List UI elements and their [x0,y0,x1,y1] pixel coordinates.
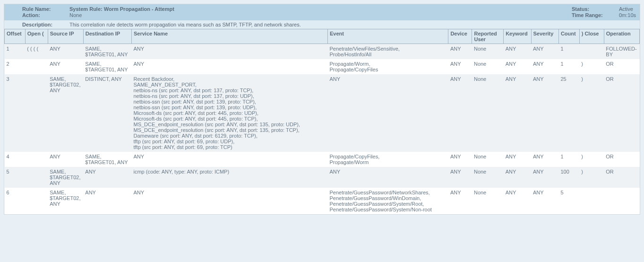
col-count[interactable]: Count [558,29,579,44]
cell-offset: 5 [5,167,26,188]
cell-keyword: ANY [504,44,531,60]
table-row[interactable]: 5SAME, $TARGET02, ANYANYicmp (code: ANY,… [5,167,640,188]
cell-severity: ANY [531,74,558,152]
cell-keyword: ANY [504,59,531,74]
cell-keyword: ANY [504,188,531,214]
cell-count: 100 [558,167,579,188]
cell-operation: OR [604,152,639,167]
cell-device: ANY [448,44,472,60]
col-event[interactable]: Event [327,29,448,44]
col-service-name[interactable]: Service Name [131,29,327,44]
col-open[interactable]: Open ( [25,29,48,44]
cell-service-name: ANY [131,59,327,74]
action-value: None [69,12,82,18]
header-right: Status: Active Time Range: 0m:10s [572,6,636,18]
rule-name-label: Rule Name: [8,6,69,12]
cell-count: 25 [558,74,579,152]
cell-open: ( ( ( ( [25,44,48,60]
cell-event: ANY [327,74,448,152]
cell-count: 5 [558,188,579,214]
cell-destination-ip: SAME, $TARGET01, ANY [83,44,131,60]
cell-severity: ANY [531,44,558,60]
cell-close: ) [579,74,604,152]
cell-close [579,188,604,214]
cell-keyword: ANY [504,152,531,167]
cell-source-ip: SAME, $TARGET02, ANY [48,167,83,188]
cell-event: Penetrate/ViewFiles/Sensitive,Probe/Host… [327,44,448,60]
cell-source-ip: ANY [48,152,83,167]
status-value: Active [619,6,633,12]
col-operation[interactable]: Operation [604,29,639,44]
cell-close: ) [579,152,604,167]
cell-device: ANY [448,152,472,167]
cell-source-ip: ANY [48,59,83,74]
table-row[interactable]: 1( ( ( (ANYSAME, $TARGET01, ANYANYPenetr… [5,44,640,60]
cell-service-name: ANY [131,152,327,167]
cell-operation: OR [604,59,639,74]
cell-close: ) [579,59,604,74]
col-close[interactable]: ) Close [579,29,604,44]
col-reported-user[interactable]: Reported User [472,29,504,44]
cell-operation [604,188,639,214]
cell-destination-ip: SAME, $TARGET01, ANY [83,59,131,74]
cell-operation: OR [604,167,639,188]
cell-destination-ip: ANY [83,188,131,214]
cell-operation: FOLLOWED-BY [604,44,639,60]
cell-offset: 4 [5,152,26,167]
col-severity[interactable]: Severity [531,29,558,44]
cell-destination-ip: DISTINCT, ANY [83,74,131,152]
cell-reported-user: None [472,74,504,152]
table-row[interactable]: 2ANYSAME, $TARGET01, ANYANYPropagate/Wor… [5,59,640,74]
table-body: 1( ( ( (ANYSAME, $TARGET01, ANYANYPenetr… [5,44,640,215]
cell-severity: ANY [531,188,558,214]
cell-severity: ANY [531,167,558,188]
col-source-ip[interactable]: Source IP [48,29,83,44]
cell-device: ANY [448,167,472,188]
cell-destination-ip: ANY [83,167,131,188]
cell-reported-user: None [472,59,504,74]
cell-event: ANY [327,167,448,188]
cell-severity: ANY [531,59,558,74]
cell-keyword: ANY [504,74,531,152]
cell-device: ANY [448,59,472,74]
cell-keyword: ANY [504,167,531,188]
table-row[interactable]: 3SAME, $TARGET02, ANYDISTINCT, ANYRecent… [5,74,640,152]
description-value: This correlation rule detects worm propa… [69,22,301,27]
table-row[interactable]: 4ANYSAME, $TARGET01, ANYANYPropagate/Cop… [5,152,640,167]
table-row[interactable]: 6SAME, $TARGET02, ANYANYANYPenetrate/Gue… [5,188,640,214]
cell-source-ip: ANY [48,44,83,60]
cell-open [25,59,48,74]
cell-offset: 1 [5,44,26,60]
col-device[interactable]: Device [448,29,472,44]
cell-device: ANY [448,188,472,214]
cell-reported-user: None [472,152,504,167]
cell-offset: 6 [5,188,26,214]
description-label: Description: [8,22,69,27]
rule-table: Offset Open ( Source IP Destination IP S… [4,29,640,214]
cell-destination-ip: SAME, $TARGET01, ANY [83,152,131,167]
cell-event: Propagate/CopyFiles,Propagate/Worm [327,152,448,167]
col-destination-ip[interactable]: Destination IP [83,29,131,44]
status-label: Status: [572,6,619,12]
cell-severity: ANY [531,152,558,167]
cell-reported-user: None [472,167,504,188]
cell-count: 1 [558,44,579,60]
col-offset[interactable]: Offset [5,29,26,44]
rule-header: Rule Name: System Rule: Worm Propagation… [4,4,640,20]
cell-open [25,188,48,214]
col-keyword[interactable]: Keyword [504,29,531,44]
cell-count: 1 [558,59,579,74]
cell-open [25,152,48,167]
cell-service-name: ANY [131,44,327,60]
cell-close [579,44,604,60]
cell-offset: 3 [5,74,26,152]
rule-name-value: System Rule: Worm Propagation - Attempt [69,6,174,12]
cell-reported-user: None [472,188,504,214]
cell-reported-user: None [472,44,504,60]
cell-source-ip: SAME, $TARGET02, ANY [48,74,83,152]
cell-service-name: ANY [131,188,327,214]
cell-event: Propagate/Worm,Propagate/CopyFiles [327,59,448,74]
table-header-row: Offset Open ( Source IP Destination IP S… [5,29,640,44]
description-row: Description: This correlation rule detec… [4,20,640,29]
cell-event: Penetrate/GuessPassword/NetworkShares,Pe… [327,188,448,214]
